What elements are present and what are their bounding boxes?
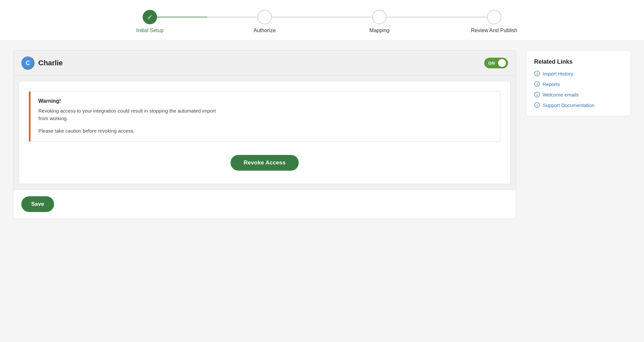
info-circle-icon-2: i (534, 81, 540, 87)
related-link-welcome-emails[interactable]: i Welcome emails (534, 92, 623, 97)
related-links-box: Related Links i Import History i Reports (526, 50, 631, 116)
step-line-left-3 (322, 17, 372, 17)
panel-header: C Charlie ON (13, 51, 516, 76)
warning-text-2: Please take caution before revoking acce… (38, 127, 492, 135)
step-line-left-4 (437, 17, 487, 17)
svg-text:i: i (537, 93, 538, 97)
related-link-welcome-emails-label: Welcome emails (543, 92, 579, 97)
related-link-import-history[interactable]: i Import History (534, 71, 623, 76)
save-button[interactable]: Save (21, 196, 54, 212)
step-circle-2 (257, 10, 272, 24)
toggle-knob (498, 59, 506, 67)
charlie-logo: C (21, 56, 34, 70)
left-panel: C Charlie ON Warning! Revoking access to… (13, 50, 516, 219)
checkmark-icon: ✓ (147, 13, 153, 21)
toggle-switch[interactable]: ON (484, 58, 508, 68)
warning-box: Warning! Revoking access to your integra… (29, 91, 500, 142)
panel-header-left: C Charlie (21, 56, 63, 70)
svg-text:C: C (26, 60, 30, 66)
related-link-support-documentation[interactable]: i Support Documentation (534, 102, 623, 108)
main-layout: C Charlie ON Warning! Revoking access to… (0, 40, 644, 229)
toggle-on-label: ON (488, 61, 495, 66)
stepper-container: ✓ Initial Setup Authorize Mapping (0, 0, 644, 40)
step-line-left-2 (207, 17, 257, 17)
step-review-publish: Review And Publish (437, 10, 552, 33)
step-circle-4 (487, 10, 501, 24)
related-link-reports-label: Reports (543, 81, 560, 87)
info-circle-icon-3: i (534, 92, 540, 97)
info-circle-icon-1: i (534, 71, 540, 76)
stepper: ✓ Initial Setup Authorize Mapping (92, 10, 552, 33)
step-circle-1: ✓ (143, 10, 157, 24)
related-link-reports[interactable]: i Reports (534, 81, 623, 87)
revoke-btn-wrapper: Revoke Access (29, 152, 500, 174)
related-links-title: Related Links (534, 58, 623, 65)
warning-text-1: Revoking access to your integration coul… (38, 107, 492, 122)
save-section: Save (13, 189, 516, 219)
step-mapping: Mapping (322, 10, 437, 33)
step-line-right-2 (272, 17, 322, 17)
step-authorize: Authorize (207, 10, 322, 33)
step-circle-3 (372, 10, 387, 24)
related-link-support-documentation-label: Support Documentation (543, 102, 594, 108)
charlie-logo-svg: C (22, 57, 34, 69)
step-line-right-3 (387, 17, 437, 17)
warning-title: Warning! (38, 98, 492, 104)
svg-text:i: i (537, 82, 538, 86)
step-label-2: Authorize (253, 28, 276, 33)
step-line-right-1 (157, 17, 207, 17)
related-link-import-history-label: Import History (543, 71, 573, 76)
svg-text:i: i (537, 103, 538, 107)
panel-body: Warning! Revoking access to your integra… (19, 81, 511, 184)
svg-text:i: i (537, 72, 538, 76)
toggle-container[interactable]: ON (484, 58, 508, 68)
step-label-4: Review And Publish (471, 28, 517, 33)
app-name: Charlie (38, 59, 63, 67)
right-panel: Related Links i Import History i Reports (526, 50, 631, 219)
step-label-1: Initial Setup (136, 28, 164, 33)
step-label-3: Mapping (369, 28, 389, 33)
revoke-access-button[interactable]: Revoke Access (231, 155, 299, 171)
step-initial-setup: ✓ Initial Setup (92, 10, 207, 33)
info-circle-icon-4: i (534, 102, 540, 108)
